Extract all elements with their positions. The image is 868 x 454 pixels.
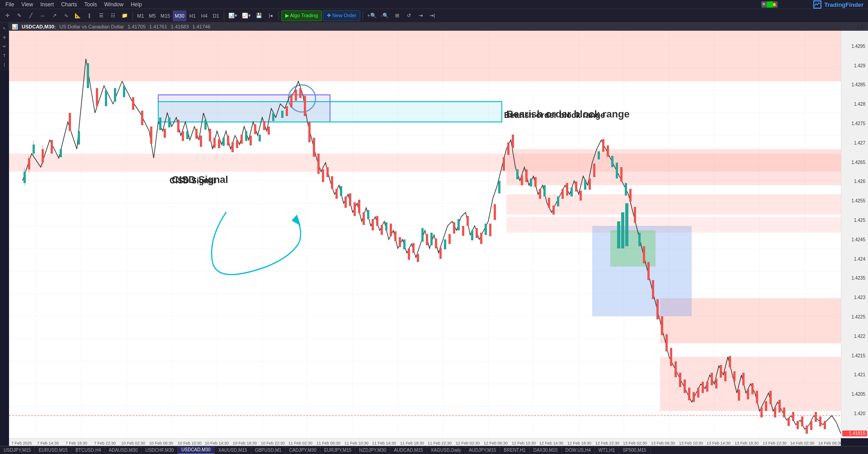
tradingfinder-logo[interactable]: TradingFinder [813, 0, 863, 9]
bottom-tab-12[interactable]: XAGUSD,Daily [427, 446, 465, 454]
text-tool[interactable]: T [0, 51, 9, 60]
channel-tool[interactable]: ∥ [84, 10, 95, 21]
svg-rect-102 [209, 129, 211, 141]
svg-rect-201 [783, 407, 785, 417]
svg-rect-192 [742, 373, 745, 385]
tf-h4[interactable]: H4 [199, 10, 210, 21]
chart-area[interactable]: Bearish order block range CISD Signal [9, 23, 841, 438]
svg-rect-175 [665, 334, 668, 351]
svg-rect-82 [571, 187, 573, 197]
bottom-tab-7[interactable]: GBPUSD,M1 [251, 446, 286, 454]
menu-tools[interactable]: Tools [81, 0, 101, 9]
price-1428: 1.428 [842, 102, 867, 107]
auto-scroll-btn[interactable]: ↺ [403, 10, 414, 21]
grid-btn[interactable]: ⊞ [392, 10, 402, 21]
bottom-tab-15[interactable]: DAX30,M15 [530, 446, 562, 454]
svg-rect-135 [399, 237, 401, 247]
chart-svg: Bearish order block range CISD Signal [9, 23, 841, 438]
folder-tool[interactable]: 📁 [119, 10, 130, 21]
bottom-tab-5[interactable]: USDCAD,M30 [178, 446, 214, 454]
vline-tool[interactable]: | [0, 61, 9, 69]
separator-2 [224, 11, 224, 20]
tf-m15[interactable]: M15 [159, 10, 172, 21]
tf-m5[interactable]: M5 [147, 10, 158, 21]
menu-window[interactable]: Window [101, 0, 127, 9]
pencil-tool[interactable]: ✏ [0, 42, 9, 51]
bottom-tab-6[interactable]: XAUUSD,M15 [215, 446, 251, 454]
bottom-tab-14[interactable]: BRENT,H1 [500, 446, 529, 454]
crosshair-tool[interactable]: ✛ [2, 10, 13, 21]
scroll-right-btn[interactable]: ⇥ [415, 10, 426, 21]
zoom-in-btn[interactable]: +🔍 [365, 10, 378, 21]
scroll-end-btn[interactable]: ⇥| [427, 10, 438, 21]
new-order-btn[interactable]: ✚ New Order [323, 10, 360, 21]
bottom-tab-1[interactable]: EURUSD,M15 [35, 446, 71, 454]
price-14225: 1.4225 [842, 314, 867, 319]
bottom-tab-11[interactable]: AUDCAD,M15 [390, 446, 427, 454]
menu-file[interactable]: File [2, 0, 18, 9]
time-2: 7 Feb 18:30 [66, 441, 87, 445]
price-1426: 1.426 [842, 179, 867, 184]
menu-view[interactable]: View [18, 0, 37, 9]
time-9: 10 Feb 22:30 [261, 441, 285, 445]
bearish-label: Bearish order block range [506, 108, 630, 120]
bottom-tab-10[interactable]: NZDJPY,M30 [355, 446, 390, 454]
menu-help[interactable]: Help [127, 0, 146, 9]
svg-rect-131 [376, 216, 378, 226]
separator-1 [132, 11, 133, 20]
crosshair-left[interactable]: ✛ [0, 33, 9, 42]
svg-rect-149 [494, 204, 496, 220]
menu-insert[interactable]: Insert [37, 0, 57, 9]
templates-btn[interactable]: 💾 [254, 10, 264, 21]
svg-rect-157 [548, 198, 550, 208]
bottom-tab-9[interactable]: EURJPY,M15 [321, 446, 355, 454]
bottom-tab-17[interactable]: WT1,H1 [595, 446, 619, 454]
menu-bar: File View Insert Charts Tools Window Hel… [0, 0, 868, 9]
bottom-tab-13[interactable]: AUDJPY,M15 [465, 446, 500, 454]
tf-h1[interactable]: H1 [187, 10, 198, 21]
bottom-tab-16[interactable]: DOW.US,H4 [562, 446, 595, 454]
svg-rect-46 [158, 102, 502, 122]
list-tool[interactable]: ☷ [108, 10, 118, 21]
logo-text: TradingFinder [824, 1, 863, 8]
svg-rect-97 [164, 129, 166, 138]
time-10: 11 Feb 02:30 [288, 441, 312, 445]
zoom-out-btn[interactable]: -🔍 [379, 10, 391, 21]
svg-rect-123 [331, 176, 333, 189]
svg-rect-64 [259, 135, 261, 141]
tf-d1[interactable]: D1 [211, 10, 222, 21]
svg-rect-215 [617, 221, 620, 248]
bottom-tab-4[interactable]: USDCHF,M30 [142, 446, 178, 454]
algo-trading-btn[interactable]: ▶ Algo Trading [281, 10, 322, 21]
arrow-tool[interactable]: ↗ [49, 10, 60, 21]
wave-tool[interactable]: ∿ [61, 10, 71, 21]
period-sep-btn[interactable]: |◂ [265, 10, 276, 21]
symbol-bar: 📊 USDCAD,M30: US Dollar vs Canadian Doll… [9, 23, 868, 31]
indicators-btn[interactable]: 📈▾ [240, 10, 253, 21]
angle-tool[interactable]: 📐 [72, 10, 83, 21]
chart-type-btn[interactable]: 📊▾ [226, 10, 239, 21]
bottom-tab-18[interactable]: SP500,M15 [619, 446, 650, 454]
time-25: 13 Feb 14:30 [707, 441, 731, 445]
svg-rect-96 [150, 126, 152, 144]
tf-m1[interactable]: M1 [135, 10, 146, 21]
svg-rect-80 [543, 185, 546, 197]
hline-tool[interactable]: ─ [37, 10, 48, 21]
svg-rect-116 [299, 88, 302, 98]
cursor-tool[interactable]: ↖ [0, 24, 9, 33]
svg-rect-94 [132, 97, 134, 110]
tf-m30[interactable]: M30 [173, 10, 186, 21]
bottom-tab-0[interactable]: USDJPY,M15 [0, 446, 35, 454]
bottom-tab-2[interactable]: BTCUSD,H4 [72, 446, 105, 454]
draw-tool[interactable]: ✎ [14, 10, 24, 21]
line-tool[interactable]: ╱ [25, 10, 36, 21]
menu-charts[interactable]: Charts [57, 0, 80, 9]
svg-rect-108 [241, 135, 243, 144]
bottom-tab-8[interactable]: CADJPY,M30 [286, 446, 321, 454]
grid-tool[interactable]: ☰ [96, 10, 107, 21]
svg-rect-68 [367, 210, 369, 219]
svg-rect-142 [448, 234, 451, 244]
bottom-tab-3[interactable]: ADAUSD,M30 [105, 446, 142, 454]
svg-rect-180 [688, 388, 690, 400]
time-3: 7 Feb 22:30 [94, 441, 116, 445]
